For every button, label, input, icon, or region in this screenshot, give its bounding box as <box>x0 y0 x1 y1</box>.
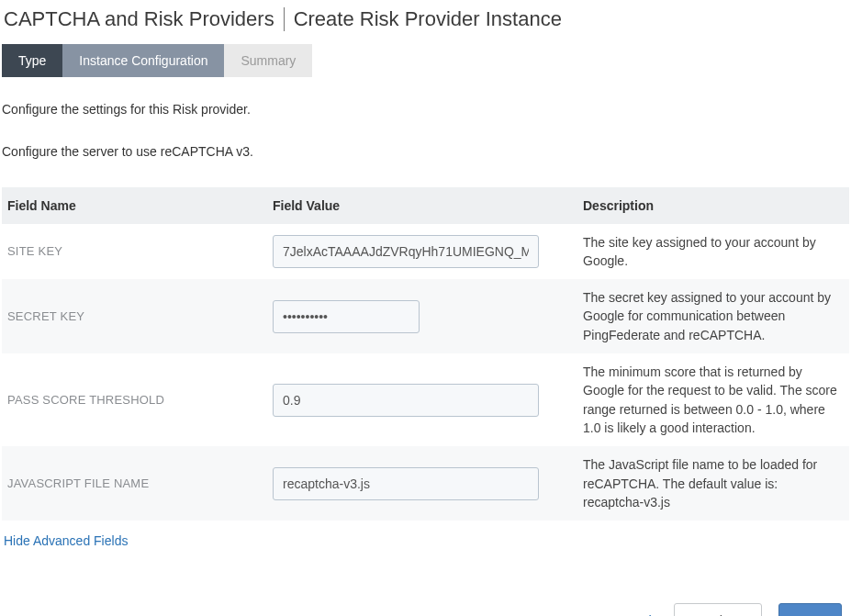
wizard-footer: Cancel Previous Next <box>2 603 849 616</box>
row-javascript-file-name: JAVASCRIPT FILE NAME The JavaScript file… <box>2 446 849 521</box>
row-site-key: SITE KEY The site key assigned to your a… <box>2 224 849 280</box>
input-secret-key[interactable] <box>273 300 420 333</box>
label-pass-score: PASS SCORE THRESHOLD <box>2 393 273 407</box>
input-pass-score[interactable] <box>273 384 539 417</box>
row-pass-score-threshold: PASS SCORE THRESHOLD The minimum score t… <box>2 353 849 446</box>
input-site-key[interactable] <box>273 235 539 268</box>
label-secret-key: SECRET KEY <box>2 309 273 323</box>
tab-instance-configuration[interactable]: Instance Configuration <box>62 44 224 77</box>
wizard-tabs: Type Instance Configuration Summary <box>2 44 849 77</box>
input-js-file[interactable] <box>273 467 539 500</box>
row-secret-key: SECRET KEY The secret key assigned to yo… <box>2 279 849 353</box>
breadcrumb-current: Create Risk Provider Instance <box>294 7 562 31</box>
col-header-description: Description <box>583 198 849 213</box>
intro-line-2: Configure the server to use reCAPTCHA v3… <box>2 141 849 163</box>
hide-advanced-fields-link[interactable]: Hide Advanced Fields <box>4 533 128 548</box>
desc-site-key: The site key assigned to your account by… <box>583 233 849 271</box>
label-site-key: SITE KEY <box>2 244 273 258</box>
intro-text: Configure the settings for this Risk pro… <box>2 99 849 163</box>
label-js-file: JAVASCRIPT FILE NAME <box>2 476 273 490</box>
desc-pass-score: The minimum score that is returned by Go… <box>583 363 849 437</box>
fields-table: Field Name Field Value Description SITE … <box>2 187 849 521</box>
intro-line-1: Configure the settings for this Risk pro… <box>2 99 849 121</box>
breadcrumb-parent[interactable]: CAPTCHA and Risk Providers <box>4 7 274 31</box>
desc-secret-key: The secret key assigned to your account … <box>583 288 849 344</box>
previous-button[interactable]: Previous <box>674 603 762 616</box>
desc-js-file: The JavaScript file name to be loaded fo… <box>583 455 849 511</box>
breadcrumb: CAPTCHA and Risk Providers Create Risk P… <box>2 4 849 40</box>
next-button[interactable]: Next <box>778 603 842 616</box>
tab-summary: Summary <box>224 44 312 77</box>
breadcrumb-separator <box>284 7 285 31</box>
cancel-button[interactable]: Cancel <box>603 605 657 616</box>
tab-type[interactable]: Type <box>2 44 62 77</box>
table-header-row: Field Name Field Value Description <box>2 187 849 224</box>
col-header-field-name: Field Name <box>2 198 273 213</box>
col-header-field-value: Field Value <box>273 198 583 213</box>
